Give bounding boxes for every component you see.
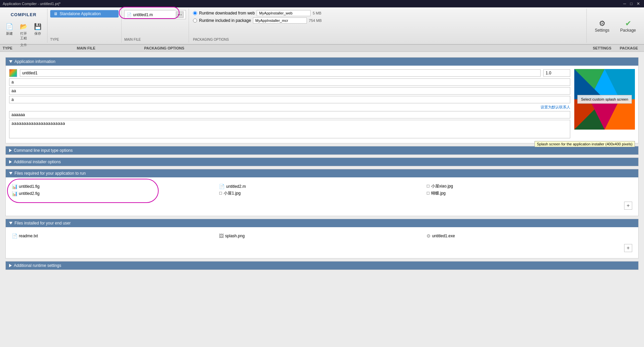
minimize-button[interactable]: ─ — [622, 1, 627, 6]
txt-icon: 📄 — [12, 233, 18, 239]
type-col-header: TYPE — [0, 45, 74, 51]
runtime-package-row: Runtime included in package MyAppInstall… — [193, 18, 582, 24]
filename: untitled2.m — [226, 184, 246, 189]
files-installed-section: Files installed for your end user 📄 read… — [5, 219, 639, 258]
fig-icon: 📊 — [12, 191, 18, 196]
files-required-section: Files required for your application to r… — [5, 169, 639, 216]
runtime-package-size: 754 MB — [309, 19, 322, 23]
png-icon: 🖼 — [219, 233, 224, 239]
type-label: TYPE — [50, 37, 119, 41]
toolbar: COMPILER 📄 新建 📂 打开 工程 💾 保存 文件 🖥 Standalo… — [0, 7, 644, 44]
field4-row — [9, 111, 570, 118]
files-installed-header[interactable]: Files installed for your end user — [6, 219, 638, 227]
check-icon: ☐ — [426, 191, 430, 196]
runtime-web-radio[interactable] — [193, 11, 197, 15]
runtime-package-value: MyAppInstaller_mcr — [253, 18, 307, 24]
app-info-right: Select custom splash screen Splash scree… — [574, 69, 635, 140]
list-item: 📄 readme.txt — [12, 233, 218, 239]
default-contact-link[interactable]: 设置为默认联系人 — [9, 105, 570, 110]
add-installed-file-button[interactable]: + — [624, 244, 632, 252]
collapse-icon — [9, 160, 12, 164]
files-installed-body: 📄 readme.txt 🖼 splash.png ⚙ untitled1.ex… — [6, 227, 638, 258]
package-icon: ✔ — [625, 19, 631, 28]
add-required-file-button[interactable]: + — [624, 202, 632, 210]
save-button[interactable]: 💾 保存 — [31, 21, 44, 42]
type-section: 🖥 Standalone Application TYPE — [47, 9, 122, 43]
m-icon: 📄 — [219, 184, 225, 189]
runtime-web-label: Runtime downloaded from web — [199, 11, 255, 15]
open-icon: 📂 — [19, 22, 28, 31]
settings-label: Settings — [595, 28, 609, 33]
runtime-package-radio[interactable] — [193, 19, 197, 23]
open-label: 打开 工程 — [20, 31, 27, 41]
new-button[interactable]: 📄 新建 — [3, 21, 16, 42]
filename: readme.txt — [19, 234, 38, 238]
open-button[interactable]: 📂 打开 工程 — [17, 21, 30, 42]
splash-image[interactable]: Select custom splash screen — [574, 69, 635, 130]
filename: untitled2.fig — [19, 191, 39, 196]
additional-installer-title: Additional installer options — [14, 160, 61, 164]
brand-label: COMPILER — [11, 10, 37, 19]
window-controls: ─ □ ✕ — [622, 1, 641, 6]
new-icon: 📄 — [5, 22, 14, 31]
app-version-input[interactable] — [543, 69, 570, 77]
field5-row: aaaaaaaaaaaaaaaaaaaaaa — [9, 120, 570, 138]
collapse-icon — [9, 172, 12, 175]
check-icon: ☐ — [426, 184, 430, 188]
runtime-package-label: Runtime included in package — [199, 18, 251, 23]
package-button[interactable]: ✔ Package — [617, 18, 639, 34]
list-item: 🖼 splash.png — [219, 233, 425, 239]
runtime-settings-section: Additional runtime settings — [5, 261, 639, 270]
cmdline-section: Command line input type options — [5, 146, 639, 155]
app-name-row — [9, 69, 570, 77]
field2-row — [9, 87, 570, 95]
packaging-label: PACKAGING OPTIONS — [193, 37, 582, 41]
filename: splash.png — [225, 234, 245, 238]
list-item: ⚙ untitled1.exe — [426, 233, 632, 239]
select-splash-button[interactable]: Select custom splash screen — [577, 95, 632, 104]
files-required-body: 📊 untitled1.fig 📄 untitled2.m ☐ 小屋xiao.j… — [6, 177, 638, 216]
standalone-button[interactable]: 🖥 Standalone Application — [50, 10, 119, 18]
field5-textarea[interactable]: aaaaaaaaaaaaaaaaaaaaaa — [9, 120, 570, 138]
collapse-icon — [9, 60, 12, 63]
filename: untitled1.exe — [432, 234, 455, 238]
runtime-settings-title: Additional runtime settings — [14, 263, 61, 268]
files-installed-grid: 📄 readme.txt 🖼 splash.png ⚙ untitled1.ex… — [9, 231, 635, 241]
app-icon — [9, 69, 17, 77]
splash-tooltip: Splash screen for the application instal… — [535, 141, 635, 147]
field1-input[interactable] — [9, 78, 570, 86]
maximize-button[interactable]: □ — [629, 1, 634, 6]
filename: 蝴蝶.jpg — [431, 190, 446, 196]
exe-icon: ⚙ — [426, 233, 431, 239]
fig-icon: 📊 — [12, 184, 18, 189]
runtime-settings-header[interactable]: Additional runtime settings — [6, 262, 638, 270]
filename: 小屋xiao.jpg — [431, 183, 453, 189]
field1-row — [9, 78, 570, 86]
main-file-label: MAIN FILE — [124, 37, 186, 41]
files-required-header[interactable]: Files required for your application to r… — [6, 169, 638, 177]
additional-installer-header[interactable]: Additional installer options — [6, 158, 638, 166]
cmdline-title: Command line input type options — [14, 148, 73, 153]
packaging-col-header: PACKAGING OPTIONS — [141, 45, 590, 51]
collapse-icon — [9, 264, 12, 267]
settings-button[interactable]: ⚙ Settings — [592, 18, 612, 34]
settings-col-header: SETTINGS — [590, 45, 617, 51]
field2-input[interactable] — [9, 87, 570, 95]
field3-input[interactable] — [9, 96, 570, 103]
files-required-grid: 📊 untitled1.fig 📄 untitled2.m ☐ 小屋xiao.j… — [9, 181, 635, 199]
close-button[interactable]: ✕ — [635, 1, 641, 6]
files-installed-title: Files installed for your end user — [14, 221, 71, 225]
list-item: 📊 untitled2.fig — [12, 190, 218, 196]
browse-button[interactable]: ⋯ — [176, 11, 184, 18]
collapse-icon — [9, 149, 12, 152]
packaging-section: Runtime downloaded from web MyAppInstall… — [189, 9, 587, 43]
main-file-value: untitled1.m — [133, 12, 153, 17]
app-name-input[interactable] — [20, 69, 541, 77]
main-file-col-header: MAIN FILE — [74, 45, 141, 51]
app-info-header[interactable]: Application information — [6, 58, 638, 66]
field4-input[interactable] — [9, 111, 570, 118]
cmdline-header[interactable]: Command line input type options — [6, 146, 638, 154]
app-info-body: 设置为默认联系人 aaaaaaaaaaaaaaaaaaaaaa — [6, 66, 638, 143]
app-info-left: 设置为默认联系人 aaaaaaaaaaaaaaaaaaaaaa — [9, 69, 570, 140]
new-label: 新建 — [6, 31, 13, 36]
